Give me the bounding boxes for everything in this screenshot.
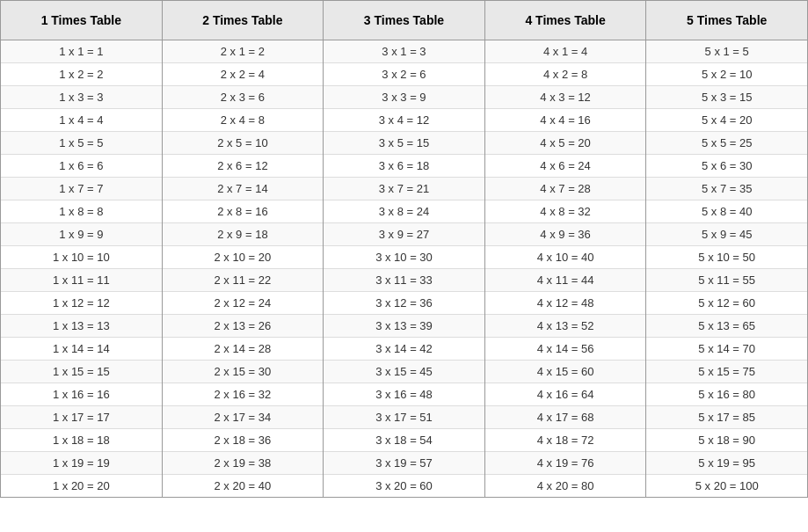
table-row: 2 x 1 = 2 <box>163 40 324 63</box>
table-row: 2 x 11 = 22 <box>163 269 324 292</box>
table-row: 3 x 13 = 39 <box>324 315 484 338</box>
table-row: 1 x 5 = 5 <box>1 132 162 155</box>
table-row: 5 x 18 = 90 <box>646 429 807 452</box>
table-row: 2 x 7 = 14 <box>163 178 324 200</box>
table-row: 3 x 8 = 24 <box>324 200 484 223</box>
table-row: 1 x 8 = 8 <box>1 200 162 223</box>
table-row: 2 x 5 = 10 <box>163 132 324 155</box>
table-row: 4 x 5 = 20 <box>485 132 646 155</box>
table-row: 3 x 14 = 42 <box>324 338 484 361</box>
table-row: 2 x 14 = 28 <box>163 338 324 361</box>
table-row: 3 x 19 = 57 <box>324 452 484 475</box>
column-1-header: 1 Times Table <box>1 1 162 40</box>
table-row: 4 x 4 = 16 <box>485 109 646 132</box>
table-row: 3 x 4 = 12 <box>324 109 484 132</box>
table-row: 4 x 18 = 72 <box>485 429 646 452</box>
times-table-container: 1 Times Table1 x 1 = 11 x 2 = 21 x 3 = 3… <box>0 0 808 498</box>
table-row: 2 x 13 = 26 <box>163 315 324 338</box>
table-row: 3 x 10 = 30 <box>324 246 484 269</box>
table-row: 2 x 18 = 36 <box>163 429 324 452</box>
table-row: 1 x 13 = 13 <box>1 315 162 338</box>
table-row: 4 x 13 = 52 <box>485 315 646 338</box>
table-row: 4 x 19 = 76 <box>485 452 646 475</box>
table-row: 1 x 16 = 16 <box>1 383 162 406</box>
table-row: 5 x 4 = 20 <box>646 109 807 132</box>
table-row: 5 x 9 = 45 <box>646 223 807 246</box>
table-row: 3 x 2 = 6 <box>324 63 484 86</box>
table-row: 2 x 16 = 32 <box>163 383 324 406</box>
column-2: 2 Times Table2 x 1 = 22 x 2 = 42 x 3 = 6… <box>163 1 324 497</box>
column-5: 5 Times Table5 x 1 = 55 x 2 = 105 x 3 = … <box>646 1 807 497</box>
table-row: 3 x 7 = 21 <box>324 178 484 200</box>
table-row: 1 x 6 = 6 <box>1 155 162 178</box>
table-row: 4 x 14 = 56 <box>485 338 646 361</box>
table-row: 3 x 9 = 27 <box>324 223 484 246</box>
table-row: 5 x 3 = 15 <box>646 86 807 109</box>
table-row: 1 x 15 = 15 <box>1 361 162 383</box>
table-row: 3 x 11 = 33 <box>324 269 484 292</box>
table-row: 4 x 17 = 68 <box>485 406 646 429</box>
table-row: 5 x 1 = 5 <box>646 40 807 63</box>
table-row: 1 x 10 = 10 <box>1 246 162 269</box>
table-row: 5 x 14 = 70 <box>646 338 807 361</box>
table-row: 4 x 2 = 8 <box>485 63 646 86</box>
table-row: 3 x 20 = 60 <box>324 475 484 497</box>
table-row: 1 x 1 = 1 <box>1 40 162 63</box>
table-row: 2 x 19 = 38 <box>163 452 324 475</box>
table-row: 4 x 7 = 28 <box>485 178 646 200</box>
table-row: 1 x 18 = 18 <box>1 429 162 452</box>
table-row: 1 x 20 = 20 <box>1 475 162 497</box>
column-4: 4 Times Table4 x 1 = 44 x 2 = 84 x 3 = 1… <box>485 1 647 497</box>
table-row: 2 x 9 = 18 <box>163 223 324 246</box>
table-row: 5 x 2 = 10 <box>646 63 807 86</box>
table-row: 5 x 10 = 50 <box>646 246 807 269</box>
table-row: 1 x 14 = 14 <box>1 338 162 361</box>
table-row: 3 x 12 = 36 <box>324 292 484 315</box>
table-row: 4 x 3 = 12 <box>485 86 646 109</box>
table-row: 1 x 19 = 19 <box>1 452 162 475</box>
table-row: 1 x 17 = 17 <box>1 406 162 429</box>
table-row: 5 x 19 = 95 <box>646 452 807 475</box>
table-row: 5 x 12 = 60 <box>646 292 807 315</box>
table-row: 5 x 7 = 35 <box>646 178 807 200</box>
table-row: 1 x 2 = 2 <box>1 63 162 86</box>
table-row: 5 x 16 = 80 <box>646 383 807 406</box>
column-5-header: 5 Times Table <box>646 1 807 40</box>
table-row: 1 x 11 = 11 <box>1 269 162 292</box>
table-row: 2 x 4 = 8 <box>163 109 324 132</box>
table-row: 4 x 11 = 44 <box>485 269 646 292</box>
table-row: 2 x 17 = 34 <box>163 406 324 429</box>
table-row: 3 x 18 = 54 <box>324 429 484 452</box>
table-row: 5 x 8 = 40 <box>646 200 807 223</box>
table-row: 3 x 16 = 48 <box>324 383 484 406</box>
table-row: 5 x 15 = 75 <box>646 361 807 383</box>
column-4-header: 4 Times Table <box>485 1 646 40</box>
table-row: 5 x 11 = 55 <box>646 269 807 292</box>
table-row: 2 x 12 = 24 <box>163 292 324 315</box>
column-3-header: 3 Times Table <box>324 1 484 40</box>
table-row: 3 x 17 = 51 <box>324 406 484 429</box>
table-row: 4 x 15 = 60 <box>485 361 646 383</box>
table-row: 5 x 5 = 25 <box>646 132 807 155</box>
table-row: 5 x 20 = 100 <box>646 475 807 497</box>
table-row: 2 x 20 = 40 <box>163 475 324 497</box>
table-row: 3 x 15 = 45 <box>324 361 484 383</box>
table-row: 2 x 3 = 6 <box>163 86 324 109</box>
table-row: 1 x 3 = 3 <box>1 86 162 109</box>
table-row: 3 x 1 = 3 <box>324 40 484 63</box>
table-row: 4 x 9 = 36 <box>485 223 646 246</box>
table-row: 4 x 20 = 80 <box>485 475 646 497</box>
table-row: 1 x 7 = 7 <box>1 178 162 200</box>
column-1: 1 Times Table1 x 1 = 11 x 2 = 21 x 3 = 3… <box>1 1 163 497</box>
table-row: 4 x 1 = 4 <box>485 40 646 63</box>
table-row: 3 x 3 = 9 <box>324 86 484 109</box>
table-row: 4 x 6 = 24 <box>485 155 646 178</box>
column-3: 3 Times Table3 x 1 = 33 x 2 = 63 x 3 = 9… <box>324 1 485 497</box>
column-2-header: 2 Times Table <box>163 1 324 40</box>
table-row: 1 x 9 = 9 <box>1 223 162 246</box>
table-row: 3 x 5 = 15 <box>324 132 484 155</box>
table-row: 3 x 6 = 18 <box>324 155 484 178</box>
table-row: 2 x 8 = 16 <box>163 200 324 223</box>
table-row: 2 x 6 = 12 <box>163 155 324 178</box>
table-row: 2 x 10 = 20 <box>163 246 324 269</box>
